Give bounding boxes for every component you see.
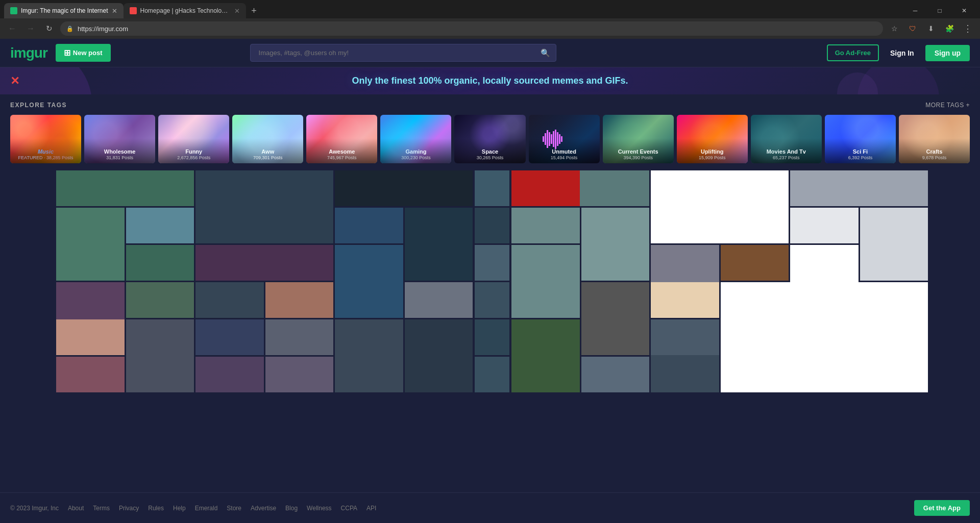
explore-tags-section: EXPLORE TAGS MORE TAGS + Music FEATURED … xyxy=(0,94,980,168)
tab-favicon-ghacks xyxy=(130,7,137,14)
footer-link-advertise[interactable]: Advertise xyxy=(251,505,276,512)
footer-link-blog[interactable]: Blog xyxy=(285,505,298,512)
close-window-button[interactable]: ✕ xyxy=(952,3,976,18)
footer-link-help[interactable]: Help xyxy=(173,505,186,512)
tag-card-funny[interactable]: Funny 2,672,856 Posts xyxy=(158,115,229,163)
tag-card-unmuted[interactable]: Unmuted 15,494 Posts xyxy=(529,115,600,163)
sign-in-button[interactable]: Sign In xyxy=(885,45,919,61)
main-content xyxy=(0,168,980,394)
search-input[interactable] xyxy=(250,44,556,62)
tab-bar: Imgur: The magic of the Internet ✕ Homep… xyxy=(0,0,980,18)
extensions-button[interactable]: 🧩 xyxy=(942,21,957,36)
imgur-page: imgur ⊞ New post 🔍 Go Ad-Free Sign In Si… xyxy=(0,39,980,523)
imgur-logo[interactable]: imgur xyxy=(10,45,47,61)
bookmark-button[interactable]: ☆ xyxy=(887,21,901,36)
content-grid xyxy=(56,170,924,392)
tag-card-uplifting[interactable]: Uplifting 15,909 Posts xyxy=(677,115,748,163)
footer-link-emerald[interactable]: Emerald xyxy=(195,505,218,512)
tag-card-aww[interactable]: Aww 709,301 Posts xyxy=(232,115,303,163)
brave-shield-icon[interactable]: 🛡 xyxy=(905,21,920,36)
browser-chrome: Imgur: The magic of the Internet ✕ Homep… xyxy=(0,0,980,39)
tag-card-space[interactable]: Space 30,265 Posts xyxy=(454,115,525,163)
center-gap xyxy=(475,170,509,392)
back-button[interactable]: ← xyxy=(5,21,19,36)
footer-copyright: © 2023 Imgur, Inc xyxy=(10,505,59,512)
get-app-button[interactable]: Get the App xyxy=(914,500,970,516)
go-adfree-button[interactable]: Go Ad-Free xyxy=(827,44,879,61)
footer-link-about[interactable]: About xyxy=(68,505,84,512)
tag-card-crafts[interactable]: Crafts 9,678 Posts xyxy=(899,115,970,163)
lock-icon: 🔒 xyxy=(66,26,74,32)
footer-link-store[interactable]: Store xyxy=(227,505,241,512)
sign-up-button[interactable]: Sign up xyxy=(925,45,970,61)
right-mosaic xyxy=(511,170,928,392)
header-right: Go Ad-Free Sign In Sign up xyxy=(827,44,970,61)
search-icon[interactable]: 🔍 xyxy=(541,48,550,58)
tab-title-imgur: Imgur: The magic of the Internet xyxy=(21,7,108,14)
footer-link-wellness[interactable]: Wellness xyxy=(307,505,331,512)
address-input-container[interactable]: 🔒 https://imgur.com xyxy=(60,21,883,36)
tab-favicon-imgur xyxy=(10,7,17,14)
tag-card-awesome[interactable]: Awesome 745,967 Posts xyxy=(306,115,377,163)
new-post-label: New post xyxy=(73,49,103,57)
tag-card-scifi[interactable]: Sci Fi 6,392 Posts xyxy=(825,115,896,163)
maximize-button[interactable]: □ xyxy=(928,3,951,18)
footer-link-rules[interactable]: Rules xyxy=(148,505,164,512)
tag-card-wholesome[interactable]: Wholesome 31,831 Posts xyxy=(84,115,155,163)
imgur-footer: © 2023 Imgur, Inc About Terms Privacy Ru… xyxy=(0,492,980,523)
explore-tags-title: EXPLORE TAGS xyxy=(10,102,67,109)
footer-link-terms[interactable]: Terms xyxy=(93,505,110,512)
explore-tags-header: EXPLORE TAGS MORE TAGS + xyxy=(10,102,970,109)
footer-link-api[interactable]: API xyxy=(366,505,376,512)
search-container: 🔍 xyxy=(250,44,556,62)
close-banner-icon[interactable]: ✕ xyxy=(10,74,19,88)
footer-link-ccpa[interactable]: CCPA xyxy=(341,505,357,512)
more-tags-link[interactable]: MORE TAGS + xyxy=(925,102,970,109)
tag-card-movies-tv[interactable]: Movies And Tv 65,237 Posts xyxy=(751,115,822,163)
hero-banner: ✕ Only the finest 100% organic, locally … xyxy=(0,67,980,94)
browser-menu-button[interactable]: ⋮ xyxy=(961,21,975,36)
left-mosaic xyxy=(56,170,473,392)
tab-title-ghacks: Homepage | gHacks Technology News xyxy=(140,7,231,14)
imgur-header: imgur ⊞ New post 🔍 Go Ad-Free Sign In Si… xyxy=(0,39,980,67)
window-controls: ─ □ ✕ xyxy=(903,3,980,18)
reload-button[interactable]: ↻ xyxy=(42,21,56,36)
new-post-plus-icon: ⊞ xyxy=(64,48,70,58)
tab-imgur[interactable]: Imgur: The magic of the Internet ✕ xyxy=(4,3,124,18)
new-tab-button[interactable]: + xyxy=(246,3,262,18)
tag-card-gaming[interactable]: Gaming 300,230 Posts xyxy=(380,115,451,163)
footer-left: © 2023 Imgur, Inc About Terms Privacy Ru… xyxy=(10,505,376,512)
address-bar-row: ← → ↻ 🔒 https://imgur.com ☆ 🛡 ⬇ 🧩 ⋮ xyxy=(0,18,980,39)
tab-close-ghacks[interactable]: ✕ xyxy=(234,7,240,15)
hero-tagline: Only the finest 100% organic, locally so… xyxy=(10,76,970,86)
new-post-button[interactable]: ⊞ New post xyxy=(56,44,111,62)
download-button[interactable]: ⬇ xyxy=(924,21,938,36)
minimize-button[interactable]: ─ xyxy=(903,3,927,18)
tag-card-current-events[interactable]: Current Events 394,390 Posts xyxy=(603,115,674,163)
address-url: https://imgur.com xyxy=(78,25,877,33)
tab-ghacks[interactable]: Homepage | gHacks Technology News ✕ xyxy=(124,3,246,18)
tab-close-imgur[interactable]: ✕ xyxy=(112,7,117,15)
footer-link-privacy[interactable]: Privacy xyxy=(119,505,139,512)
tags-grid: Music FEATURED · 38,285 Posts Wholesome … xyxy=(10,115,970,163)
forward-button[interactable]: → xyxy=(23,21,38,36)
tag-card-music[interactable]: Music FEATURED · 38,285 Posts xyxy=(10,115,81,163)
